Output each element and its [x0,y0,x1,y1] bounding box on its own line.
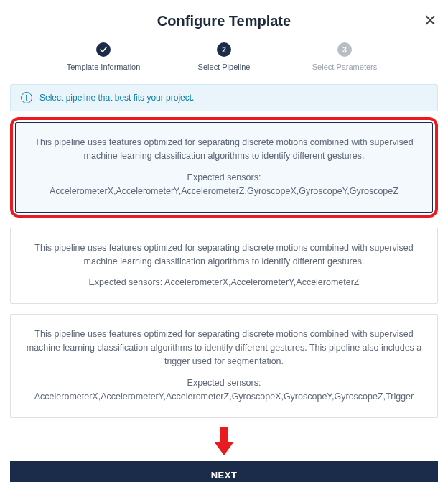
info-banner: i Select pipeline that best fits your pr… [10,84,438,111]
step-label: Select Parameters [312,62,377,71]
pipeline-sensors-label: Expected sensors: [30,171,418,185]
step-label: Select Pipeline [198,62,251,71]
pipeline-description: This pipeline uses features optimized fo… [30,136,418,164]
next-button[interactable]: NEXT [10,461,438,483]
pipeline-sensors: AccelerometerX,AccelerometerY,Accelerome… [164,277,359,287]
tutorial-highlight: This pipeline uses features optimized fo… [10,117,438,218]
step-label: Template Information [67,62,141,71]
modal-title: Configure Template [157,13,291,29]
info-text: Select pipeline that best fits your proj… [39,93,194,103]
pipeline-sensors-line: Expected sensors: AccelerometerX,Acceler… [25,276,423,289]
tutorial-arrow-icon [0,425,448,457]
modal-header: Configure Template ✕ [0,0,448,35]
info-icon: i [21,92,32,103]
pipeline-card[interactable]: This pipeline uses features optimized fo… [10,228,438,304]
check-icon [96,42,111,57]
pipeline-card[interactable]: This pipeline uses features optimized fo… [15,122,433,213]
pipeline-sensors: AccelerometerX,AccelerometerY,Accelerome… [30,185,418,198]
step-template-information[interactable]: Template Information [43,42,164,71]
pipeline-sensors: AccelerometerX,AccelerometerY,Accelerome… [25,390,423,404]
stepper: Template Information 2 Select Pipeline 3… [0,35,448,74]
step-select-pipeline[interactable]: 2 Select Pipeline [164,42,284,71]
step-number-icon: 2 [217,42,231,57]
pipeline-description: This pipeline uses features optimized fo… [25,241,423,269]
step-number-icon: 3 [337,42,352,57]
pipeline-description: This pipeline uses features optimized fo… [25,328,423,369]
close-icon[interactable]: ✕ [424,13,437,29]
pipeline-card[interactable]: This pipeline uses features optimized fo… [10,314,438,418]
pipeline-sensors-label: Expected sensors: [25,376,423,390]
pipeline-sensors-label: Expected sensors: [88,277,164,287]
step-select-parameters: 3 Select Parameters [284,42,405,71]
pipeline-list: This pipeline uses features optimized fo… [0,117,448,418]
